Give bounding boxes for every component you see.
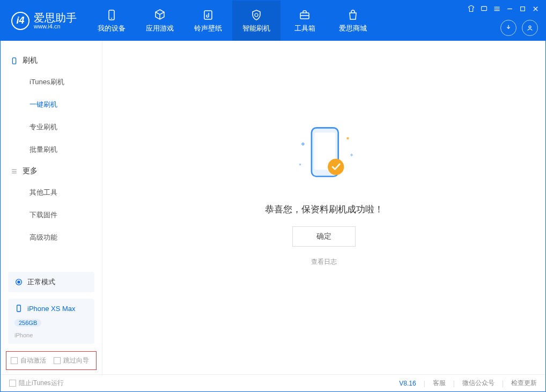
tab-label: 我的设备 (98, 24, 126, 33)
nav-tabs: 我的设备 应用游戏 铃声壁纸 智能刷机 工具箱 爱思商城 (87, 1, 377, 41)
phone-icon (105, 9, 118, 21)
mode-label: 正常模式 (27, 277, 55, 287)
sidebar-item-download-fw[interactable]: 下载固件 (1, 204, 102, 226)
mode-icon (14, 278, 23, 286)
checkbox-icon (9, 380, 16, 387)
sidebar-item-batch-flash[interactable]: 批量刷机 (1, 138, 102, 161)
sidebar: 刷机 iTunes刷机 一键刷机 专业刷机 批量刷机 更多 其他工具 下载固件 … (1, 41, 102, 375)
device-name: iPhone XS Max (27, 305, 76, 313)
sidebar-item-onekey-flash[interactable]: 一键刷机 (1, 93, 102, 116)
svg-point-14 (346, 137, 349, 139)
options-box: 自动激活 跳过向导 (6, 351, 97, 370)
svg-rect-2 (204, 11, 212, 19)
svg-point-9 (18, 281, 20, 283)
support-link[interactable]: 客服 (433, 379, 446, 388)
svg-rect-7 (12, 57, 16, 63)
list-icon (10, 167, 18, 175)
menu-icon[interactable] (492, 4, 501, 13)
sidebar-item-advanced[interactable]: 高级功能 (1, 226, 102, 249)
device-capacity: 256GB (14, 319, 41, 327)
success-message: 恭喜您，保资料刷机成功啦！ (265, 203, 383, 216)
tab-apps[interactable]: 应用游戏 (136, 1, 184, 41)
music-icon (202, 9, 215, 21)
separator: | (424, 380, 425, 387)
device-type: iPhone (14, 332, 33, 338)
checkbox-auto-activate[interactable]: 自动激活 (11, 356, 46, 365)
sidebar-item-pro-flash[interactable]: 专业刷机 (1, 116, 102, 138)
tab-mydevice[interactable]: 我的设备 (87, 1, 136, 41)
tab-label: 工具箱 (294, 24, 315, 33)
tab-flash[interactable]: 智能刷机 (232, 1, 281, 41)
logo-icon: i4 (11, 12, 29, 30)
tab-rings[interactable]: 铃声壁纸 (184, 1, 232, 41)
window-controls (466, 4, 540, 13)
checkbox-icon (54, 357, 61, 364)
sidebar-item-other-tools[interactable]: 其他工具 (1, 181, 102, 204)
device-card[interactable]: iPhone XS Max 256GB iPhone (8, 299, 94, 344)
sidebar-section-flash: 刷机 (1, 50, 102, 71)
phone-small-icon (14, 304, 23, 313)
check-update-link[interactable]: 检查更新 (511, 379, 537, 388)
device-icon (10, 57, 18, 65)
cube-icon (153, 9, 166, 21)
checkbox-skip-guide[interactable]: 跳过向导 (54, 356, 89, 365)
separator: | (453, 380, 455, 387)
tab-toolbox[interactable]: 工具箱 (281, 1, 329, 41)
section-label: 更多 (23, 166, 38, 176)
ok-button[interactable]: 确定 (292, 226, 356, 247)
svg-point-13 (328, 159, 344, 175)
close-icon[interactable] (530, 4, 540, 13)
checkbox-label: 阻止iTunes运行 (19, 379, 64, 388)
checkbox-label: 跳过向导 (63, 356, 89, 365)
svg-rect-5 (520, 6, 525, 11)
checkbox-label: 自动激活 (20, 356, 46, 365)
app-url: www.i4.cn (34, 23, 77, 29)
header-actions (500, 20, 538, 36)
tab-store[interactable]: 爱思商城 (329, 1, 377, 41)
section-label: 刷机 (23, 56, 38, 65)
success-illustration (281, 117, 367, 193)
user-icon[interactable] (522, 20, 538, 36)
maximize-icon[interactable] (518, 4, 527, 13)
tab-label: 铃声壁纸 (194, 24, 222, 33)
skin-icon[interactable] (466, 4, 476, 13)
svg-rect-10 (17, 305, 21, 312)
checkbox-block-itunes[interactable]: 阻止iTunes运行 (9, 379, 64, 388)
separator: | (502, 380, 504, 387)
checkbox-icon (11, 357, 18, 364)
status-bar: 阻止iTunes运行 V8.16 | 客服 | 微信公众号 | 检查更新 (1, 374, 545, 391)
app-header: i4 爱思助手 www.i4.cn 我的设备 应用游戏 铃声壁纸 智能刷机 工具… (1, 1, 545, 41)
feedback-icon[interactable] (479, 4, 489, 13)
view-log-link[interactable]: 查看日志 (311, 257, 337, 267)
mode-card[interactable]: 正常模式 (8, 272, 94, 292)
toolbox-icon (298, 9, 311, 21)
svg-rect-4 (481, 6, 486, 11)
bag-icon (346, 9, 359, 21)
sidebar-item-itunes-flash[interactable]: iTunes刷机 (1, 71, 102, 93)
svg-point-1 (111, 18, 112, 19)
tab-label: 智能刷机 (242, 24, 270, 33)
svg-point-6 (529, 26, 531, 28)
version-label: V8.16 (399, 380, 416, 387)
tab-label: 应用游戏 (146, 24, 174, 33)
minimize-icon[interactable] (505, 4, 514, 13)
tab-label: 爱思商城 (339, 24, 367, 33)
app-name: 爱思助手 (34, 12, 77, 23)
refresh-shield-icon (250, 9, 263, 21)
svg-point-15 (299, 164, 301, 166)
logo-area: i4 爱思助手 www.i4.cn (1, 12, 87, 30)
wechat-link[interactable]: 微信公众号 (462, 379, 495, 388)
main-content: 恭喜您，保资料刷机成功啦！ 确定 查看日志 (102, 41, 545, 375)
download-icon[interactable] (500, 20, 517, 36)
sidebar-section-more: 更多 (1, 161, 102, 181)
